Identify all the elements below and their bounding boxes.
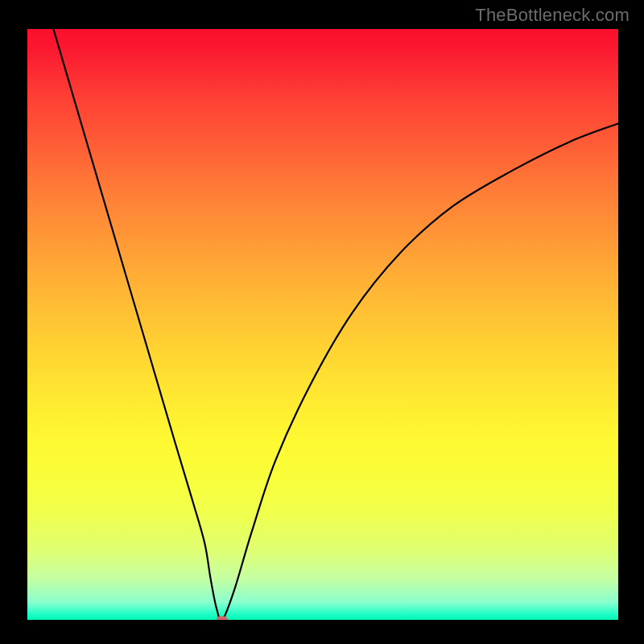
watermark-text: TheBottleneck.com	[475, 5, 630, 26]
chart-frame: TheBottleneck.com	[0, 0, 644, 644]
plot-area	[27, 29, 618, 620]
bottleneck-curve	[27, 29, 618, 620]
optimal-point-marker	[217, 617, 228, 621]
